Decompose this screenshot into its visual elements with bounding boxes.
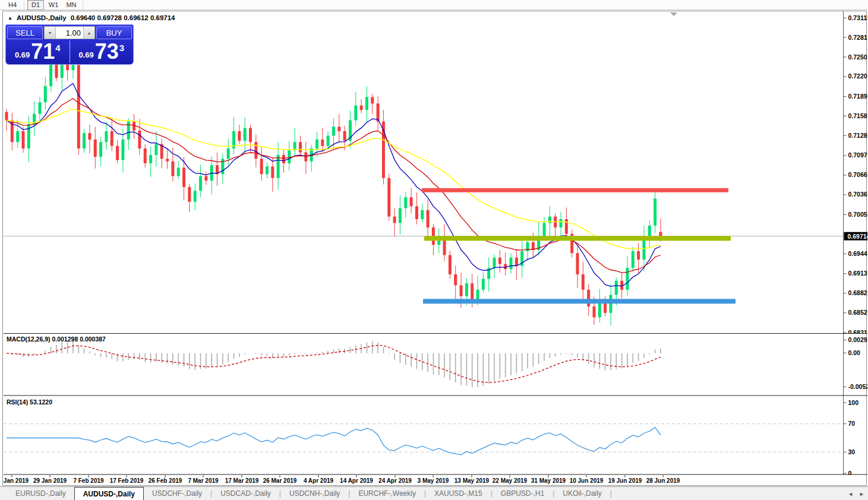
svg-text:0.68210: 0.68210 [848, 329, 868, 334]
svg-text:4 Apr 2019: 4 Apr 2019 [304, 477, 334, 484]
date-axis-labels[interactable]: 20 Jan 201929 Jan 20197 Feb 201917 Feb 2… [3, 475, 680, 484]
toolbar-separator [83, 1, 83, 9]
svg-text:0.002984: 0.002984 [848, 336, 868, 343]
tab-xauusd-m15[interactable]: XAUUSD-,M15 [426, 487, 491, 500]
sell-price-display[interactable]: 0.69 71 4 [6, 40, 70, 63]
svg-text:0.70360: 0.70360 [848, 191, 868, 198]
price-axis-labels[interactable]: 0.731150.728100.725050.722000.718900.715… [844, 14, 868, 334]
sell-button[interactable]: SELL [7, 26, 43, 39]
chart-window: ▲ AUDUSD-,Daily 0.69640 0.69728 0.69612 … [2, 11, 867, 486]
svg-text:22 May 2019: 22 May 2019 [493, 477, 528, 484]
tab-audusd-daily[interactable]: AUDUSD-,Daily [74, 487, 144, 500]
support-line[interactable] [423, 299, 736, 303]
svg-text:30: 30 [848, 448, 856, 455]
svg-text:0.71890: 0.71890 [848, 93, 868, 100]
ma-fast-line [7, 83, 661, 286]
tab-separator: | [610, 487, 612, 500]
svg-text:0.70665: 0.70665 [848, 171, 868, 178]
svg-text:0.69440: 0.69440 [848, 250, 868, 257]
buy-price-point: 3 [119, 43, 124, 53]
tab-scroll-right-icon[interactable]: ► [859, 491, 864, 497]
svg-text:0.72505: 0.72505 [848, 53, 868, 61]
candles-group [5, 39, 662, 325]
macd-label: MACD(12,26,9) 0.001298 0.000387 [7, 336, 106, 343]
svg-text:0.73115: 0.73115 [848, 14, 868, 21]
rsi-axis-labels[interactable]: 10070300 [844, 399, 859, 476]
rsi-label: RSI(14) 53.1220 [7, 398, 52, 406]
sell-price-pips: 71 [31, 42, 55, 62]
tab-usdchf-daily[interactable]: USDCHF-,Daily [144, 487, 210, 500]
timeframe-w1-button[interactable]: W1 [45, 0, 62, 10]
svg-text:3 May 2019: 3 May 2019 [418, 477, 449, 484]
rsi-line [7, 428, 661, 455]
svg-text:26 Mar 2019: 26 Mar 2019 [263, 477, 297, 484]
svg-text:14 Apr 2019: 14 Apr 2019 [340, 477, 373, 484]
chart-shift-marker-icon[interactable] [670, 12, 677, 16]
svg-text:24 Apr 2019: 24 Apr 2019 [378, 477, 412, 484]
svg-text:0.68520: 0.68520 [848, 309, 868, 316]
tab-usdcnh-daily[interactable]: USDCNH-,Daily [281, 487, 348, 500]
svg-text:0.69130: 0.69130 [848, 270, 868, 277]
svg-text:7 Mar 2019: 7 Mar 2019 [188, 477, 219, 484]
volume-input[interactable]: 1.00 [56, 27, 83, 39]
svg-text:70: 70 [848, 420, 856, 427]
svg-text:0.71585: 0.71585 [848, 112, 868, 119]
volume-increase-button[interactable]: ▲ [83, 27, 94, 39]
svg-text:10 Jun 2019: 10 Jun 2019 [570, 477, 604, 484]
volume-decrease-button[interactable]: ▼ [45, 27, 56, 39]
svg-text:28 Jun 2019: 28 Jun 2019 [646, 477, 680, 484]
toolbar-separator [24, 1, 24, 9]
timeframe-d1-button[interactable]: D1 [27, 0, 44, 10]
svg-text:100: 100 [848, 399, 859, 406]
timeframe-toolbar: H4 D1 W1 MN [0, 0, 868, 10]
chart-tab-bar: EURUSD-,Daily AUDUSD-,Daily USDCHF-,Dail… [0, 486, 868, 500]
svg-text:26 Feb 2019: 26 Feb 2019 [149, 477, 182, 484]
timeframe-mn-button[interactable]: MN [63, 0, 80, 10]
sell-price-point: 4 [55, 43, 60, 53]
svg-text:0.69714: 0.69714 [848, 233, 868, 240]
svg-text:20 Jan 2019: 20 Jan 2019 [3, 477, 29, 484]
tab-scroll-left-icon[interactable]: ◄ [848, 491, 853, 497]
macd-histogram [7, 340, 661, 387]
svg-text:7 Feb 2019: 7 Feb 2019 [73, 477, 104, 484]
tab-gbpusd-h1[interactable]: GBPUSD-,H1 [493, 487, 553, 500]
svg-text:0.70050: 0.70050 [848, 211, 868, 218]
volume-control: ▼ 1.00 ▲ [44, 26, 95, 39]
mt4-application: H4 D1 W1 MN ▲ AUDUSD-,Daily 0.69640 0.69… [0, 0, 868, 500]
buy-button[interactable]: BUY [96, 26, 132, 39]
rsi-indicator-canvas[interactable]: 10070300 [3, 396, 867, 475]
svg-text:17 Feb 2019: 17 Feb 2019 [110, 477, 144, 484]
tab-ukoil-daily[interactable]: UKOil-,Daily [554, 487, 610, 500]
svg-text:19 Jun 2019: 19 Jun 2019 [608, 477, 642, 484]
tab-usdcad-daily[interactable]: USDCAD-,Daily [212, 487, 279, 500]
buy-price-display[interactable]: 0.69 73 3 [70, 40, 134, 63]
buy-price-prefix: 0.69 [78, 50, 93, 59]
timeframe-h4-button[interactable]: H4 [4, 0, 21, 10]
svg-text:31 May 2019: 31 May 2019 [531, 477, 566, 484]
svg-text:29 Jan 2019: 29 Jan 2019 [33, 477, 67, 484]
svg-text:17 Mar 2019: 17 Mar 2019 [225, 477, 259, 484]
sell-price-prefix: 0.69 [15, 50, 30, 59]
date-axis[interactable]: 20 Jan 201929 Jan 20197 Feb 201917 Feb 2… [3, 475, 867, 486]
svg-text:0.70970: 0.70970 [848, 151, 868, 159]
svg-text:-0.005256: -0.005256 [848, 383, 868, 390]
one-click-trading-panel: SELL ▼ 1.00 ▲ BUY 0.69 71 4 0.69 73 3 [5, 24, 134, 65]
svg-text:0.00: 0.00 [848, 349, 861, 356]
svg-text:0.72200: 0.72200 [848, 72, 868, 80]
buy-price-pips: 73 [95, 42, 119, 62]
macd-axis-labels[interactable]: 0.0029840.00-0.005256 [844, 336, 868, 390]
macd-indicator-canvas[interactable]: 0.0029840.00-0.005256 [3, 334, 867, 396]
pivot-line[interactable] [424, 236, 731, 240]
svg-text:0.71280: 0.71280 [848, 132, 868, 139]
svg-text:13 May 2019: 13 May 2019 [454, 477, 490, 484]
tab-eurchf-weekly[interactable]: EURCHF-,Weekly [350, 487, 424, 500]
svg-text:0.68825: 0.68825 [848, 289, 868, 296]
svg-text:0.72810: 0.72810 [848, 34, 868, 41]
tab-eurusd-daily[interactable]: EURUSD-,Daily [7, 487, 74, 500]
resistance-line[interactable] [422, 188, 728, 192]
